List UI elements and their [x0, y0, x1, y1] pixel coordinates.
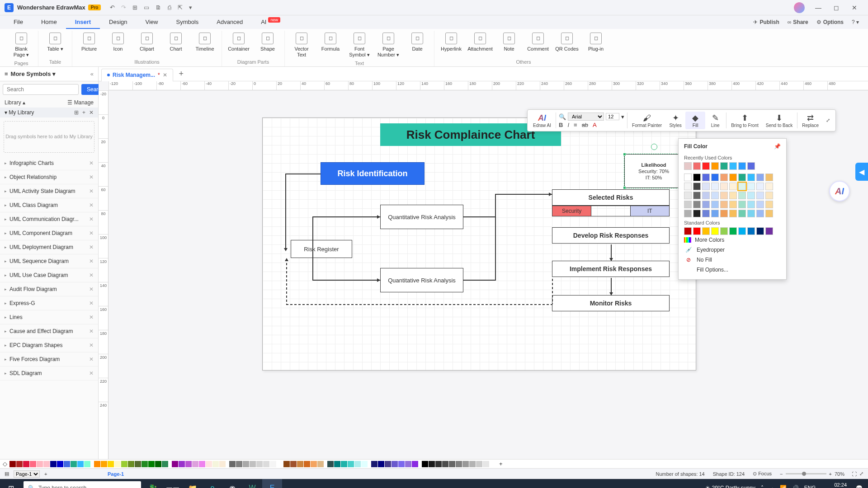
quick-color-swatch[interactable] [405, 461, 411, 467]
category-item[interactable]: ▸Infographic Charts✕ [0, 156, 98, 170]
clock[interactable]: 02:24 16-10-2023 [821, 482, 850, 488]
shape-selected-risks[interactable]: Selected Risks Security IT [552, 189, 670, 216]
color-swatch[interactable] [711, 227, 719, 235]
wifi-icon[interactable]: 📶 [780, 485, 787, 488]
color-swatch[interactable] [702, 201, 710, 208]
color-swatch[interactable] [747, 210, 755, 217]
right-panel-expand-icon[interactable]: ◀ [855, 163, 868, 181]
undo-icon[interactable]: ↶ [110, 4, 115, 11]
italic-button[interactable]: I [567, 122, 569, 128]
color-swatch[interactable] [720, 192, 728, 199]
ribbon-formula[interactable]: ◻Formula [317, 31, 344, 54]
mylib-drop-area[interactable]: Drag symbols here to add to My Library [4, 121, 94, 153]
ribbon-hyperlink[interactable]: ◻Hyperlink [438, 31, 464, 54]
page-list-icon[interactable]: ▤ [5, 471, 9, 477]
color-swatch[interactable] [711, 192, 719, 199]
color-swatch[interactable] [756, 174, 764, 181]
category-close-icon[interactable]: ✕ [89, 286, 94, 292]
document-tab[interactable]: Risk Managem... * ✕ [101, 69, 173, 81]
quick-color-swatch[interactable] [412, 461, 418, 467]
category-item[interactable]: ▸UML Communication Diagr...✕ [0, 212, 98, 226]
word-icon[interactable]: W [242, 479, 262, 488]
category-close-icon[interactable]: ✕ [89, 160, 94, 166]
quick-color-swatch[interactable] [297, 461, 303, 467]
color-swatch[interactable] [684, 183, 692, 190]
connector[interactable] [312, 216, 313, 280]
quick-color-swatch[interactable] [179, 461, 185, 467]
category-close-icon[interactable]: ✕ [89, 272, 94, 278]
connector[interactable] [495, 194, 552, 195]
shape-qra-bottom[interactable]: Quantitative Risk Analysis [380, 268, 463, 292]
shape-likelihood-selected[interactable]: Likelihood Security: 70% IT: 50% [624, 154, 683, 188]
color-swatch[interactable] [729, 162, 737, 170]
connector[interactable] [463, 216, 495, 217]
ribbon-chart[interactable]: ◻Chart [163, 31, 189, 54]
category-close-icon[interactable]: ✕ [89, 314, 94, 320]
connector-dashed[interactable] [286, 259, 287, 304]
quick-color-swatch[interactable] [483, 461, 489, 467]
publish-button[interactable]: ✈ Publish [753, 19, 779, 25]
color-swatch[interactable] [720, 227, 728, 235]
quick-color-swatch[interactable] [172, 461, 178, 467]
color-swatch[interactable] [756, 183, 764, 190]
color-swatch[interactable] [738, 210, 746, 217]
zoom-in-icon[interactable]: + [829, 471, 832, 477]
color-swatch[interactable] [693, 201, 701, 208]
category-item[interactable]: ▸UML Deployment Diagram✕ [0, 240, 98, 254]
color-swatch[interactable] [747, 174, 755, 181]
quick-color-swatch[interactable] [341, 461, 347, 467]
file-explorer-icon[interactable]: 📁 [183, 479, 203, 488]
color-swatch[interactable] [711, 174, 719, 181]
color-swatch[interactable] [765, 174, 773, 181]
connector[interactable] [312, 280, 380, 281]
ribbon-page-number[interactable]: ◻Page Number ▾ [375, 31, 401, 60]
color-swatch[interactable] [729, 192, 737, 199]
connector[interactable] [495, 194, 496, 281]
color-swatch[interactable] [702, 174, 710, 181]
color-swatch[interactable] [765, 210, 773, 217]
category-item[interactable]: ▸UML Activity State Diagram✕ [0, 184, 98, 198]
menu-view[interactable]: View [137, 15, 167, 29]
quick-color-swatch[interactable] [212, 461, 219, 467]
menu-design[interactable]: Design [100, 15, 136, 29]
category-close-icon[interactable]: ✕ [89, 244, 94, 250]
color-swatch[interactable] [747, 162, 755, 170]
align-button[interactable]: ≡ [574, 122, 577, 128]
quick-color-swatch[interactable] [128, 461, 134, 467]
resize-handle-nw[interactable] [623, 153, 626, 156]
canvas[interactable]: -120-100-80-60-40-2002040608010012014016… [99, 81, 868, 459]
color-swatch[interactable] [720, 183, 728, 190]
focus-toggle[interactable]: ⊙ Focus [753, 471, 772, 477]
category-item[interactable]: ▸Cause and Effect Diagram✕ [0, 324, 98, 338]
category-close-icon[interactable]: ✕ [89, 300, 94, 306]
color-swatch[interactable] [729, 174, 737, 181]
zoom-slider[interactable] [786, 473, 826, 474]
quick-color-swatch[interactable] [311, 461, 317, 467]
category-item[interactable]: ▸UML Component Diagram✕ [0, 226, 98, 240]
color-swatch[interactable] [729, 227, 737, 235]
library-label[interactable]: Library ▴ [5, 99, 25, 106]
category-close-icon[interactable]: ✕ [89, 328, 94, 334]
connector[interactable] [285, 174, 321, 174]
quick-color-swatch[interactable] [429, 461, 435, 467]
ribbon-table[interactable]: ◻Table ▾ [42, 31, 68, 54]
connector[interactable] [312, 216, 380, 217]
connector[interactable] [285, 174, 286, 250]
category-close-icon[interactable]: ✕ [89, 370, 94, 376]
quick-color-swatch[interactable] [449, 461, 455, 467]
quick-color-swatch[interactable] [9, 461, 16, 467]
quick-color-swatch[interactable] [371, 461, 377, 467]
rotate-handle[interactable] [651, 144, 657, 150]
quick-color-swatch[interactable] [84, 461, 90, 467]
color-swatch[interactable] [711, 183, 719, 190]
color-swatch[interactable] [693, 210, 701, 217]
help-icon[interactable]: ? ▾ [852, 19, 859, 25]
fill-options-option[interactable]: Fill Options... [684, 265, 781, 275]
category-item[interactable]: ▸Audit Flow Diagram✕ [0, 282, 98, 296]
color-swatch[interactable] [765, 183, 773, 190]
category-close-icon[interactable]: ✕ [89, 216, 94, 222]
quick-color-swatch[interactable] [114, 461, 121, 467]
category-close-icon[interactable]: ✕ [89, 230, 94, 236]
quick-color-swatch[interactable] [290, 461, 297, 467]
mylib-grid-icon[interactable]: ⊞ [74, 109, 79, 116]
